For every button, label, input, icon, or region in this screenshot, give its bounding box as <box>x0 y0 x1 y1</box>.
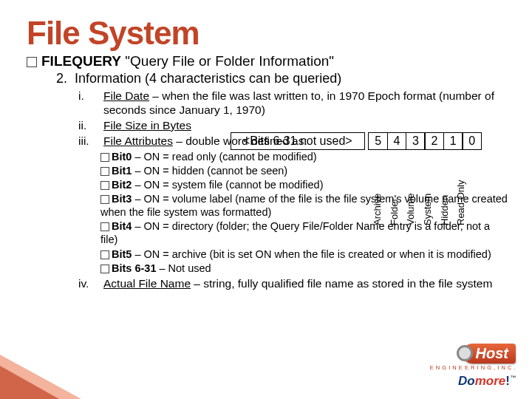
bit-label-hidden: Hidden <box>439 195 450 225</box>
bit2-text: – ON = system file (cannot be modified) <box>132 179 323 191</box>
logo-more: more <box>475 374 506 388</box>
filequery-desc: "Query File or Folder Information" <box>125 53 334 69</box>
bit-label-readonly: Read Only <box>455 180 466 225</box>
info-text: Information (4 characteristics can be qu… <box>75 71 341 86</box>
item-i: i. File Date – when the file was last wr… <box>78 89 510 117</box>
roman-ii: ii. <box>78 119 103 133</box>
logo-do: Do <box>458 374 475 388</box>
bit3-label: Bit3 <box>112 193 132 205</box>
bit1-label: Bit1 <box>112 165 132 177</box>
bullet-box-icon <box>100 167 109 176</box>
logo-tm: ™ <box>510 375 516 381</box>
page-title: File System <box>27 15 510 52</box>
logo-domore: Domore!™ <box>430 374 516 389</box>
roman-i: i. <box>78 89 103 117</box>
bullet-box-icon <box>100 265 109 273</box>
bullet-box-icon <box>100 153 109 162</box>
bit5-text: – ON = archive (bit is set ON when the f… <box>132 248 491 260</box>
bullet-box-icon <box>100 181 109 190</box>
bit-label-system: System <box>422 194 433 225</box>
filequery-line: FILEQUERY "Query File or Folder Informat… <box>27 53 510 69</box>
bullet-box-icon <box>100 222 109 231</box>
bit-label-folder: Folder <box>389 198 400 225</box>
bits631-label: Bits 6-31 <box>112 262 156 274</box>
item-ii-label: File Size in Bytes <box>103 119 191 132</box>
bullet-box <box>27 57 37 67</box>
info-num: 2. <box>56 71 67 86</box>
bullet-box-icon <box>100 195 109 204</box>
bit-label-archive: Archive <box>372 194 383 225</box>
bit-row-6: Bits 6-31 – Not used <box>100 262 510 275</box>
item-i-rest: – when the file was last written to, in … <box>103 89 494 116</box>
bits-labels: Archive Folder Volume System Hidden Read… <box>367 137 468 225</box>
bit-row-5: Bit5 – ON = archive (bit is set ON when … <box>100 248 510 261</box>
bit5-label: Bit5 <box>112 248 132 260</box>
item-iv-label: Actual File Name <box>103 277 191 290</box>
items-list-2: iv. Actual File Name – string, fully qua… <box>78 277 510 291</box>
roman-iv: iv. <box>78 277 103 291</box>
item-iv-rest: – string, fully qualified file name as s… <box>191 277 492 290</box>
roman-iii: iii. <box>78 134 103 149</box>
bit0-label: Bit0 <box>112 151 132 163</box>
logo-host: Host <box>463 344 516 364</box>
item-iii-label: File Attributes <box>103 134 173 147</box>
bit2-label: Bit2 <box>112 179 132 191</box>
item-ii: ii. File Size in Bytes <box>78 119 510 133</box>
bit0-text: – ON = read only (cannot be modified) <box>132 151 316 163</box>
item-iv: iv. Actual File Name – string, fully qua… <box>78 277 510 291</box>
accent-triangle-2 <box>0 366 59 399</box>
bit-label-volume: Volume <box>405 194 416 225</box>
bit4-label: Bit4 <box>112 220 132 232</box>
filequery-name: FILEQUERY <box>41 53 121 69</box>
logo-eng: E N G I N E E R I N G , I N C . <box>430 364 516 371</box>
bullet-box-icon <box>100 250 109 259</box>
logo-block: Host E N G I N E E R I N G , I N C . Dom… <box>430 344 516 389</box>
bit1-text: – ON = hidden (cannot be seen) <box>132 165 287 177</box>
bits631-text: – Not used <box>156 262 211 274</box>
info-line: 2. Information (4 characteristics can be… <box>56 71 510 86</box>
bits-notused: <Bits 6-31 not used> <box>231 132 365 150</box>
item-i-label: File Date <box>103 89 149 102</box>
